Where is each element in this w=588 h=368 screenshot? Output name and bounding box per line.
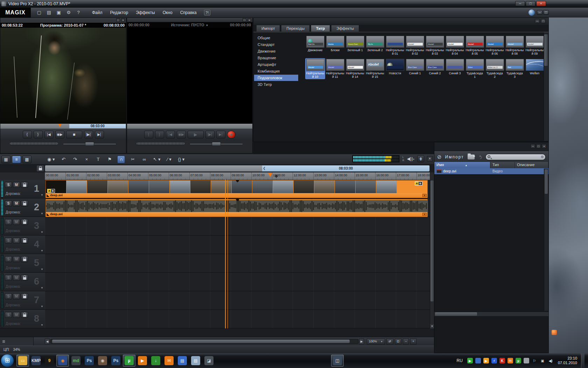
- ab-transition-badge[interactable]: AB: [415, 182, 422, 185]
- zoom-out-icon[interactable]: −: [403, 339, 409, 345]
- media-pool-window-button[interactable]: □: [541, 19, 546, 23]
- track-lock-button[interactable]: [21, 238, 28, 244]
- tray-icon[interactable]: ⚡: [491, 358, 497, 363]
- import-panel-window-button[interactable]: ×: [542, 144, 546, 148]
- folder-up-icon[interactable]: ↶: [477, 155, 483, 159]
- zoom-in-icon[interactable]: +: [410, 339, 416, 345]
- ab-transition-badge[interactable]: AB: [47, 189, 55, 193]
- source-monitor-maximize-icon[interactable]: □: [243, 18, 246, 22]
- taskbar-app-icon[interactable]: KMP: [30, 355, 42, 367]
- timeline-tool-button[interactable]: ✂: [129, 156, 136, 163]
- track-mute-button[interactable]: M: [13, 238, 20, 244]
- show-desktop-button[interactable]: [581, 353, 584, 368]
- menu-item[interactable]: Редактор: [106, 8, 132, 17]
- video-clip-deep-avi[interactable]: AB AB deep.avi ▼: [46, 180, 428, 198]
- transport-button[interactable]: ■: [66, 131, 82, 138]
- shuttle-handle[interactable]: [212, 142, 221, 146]
- track-options-dropdown-icon[interactable]: ▼: [41, 268, 43, 271]
- title-category-item[interactable]: 3D Титр: [254, 81, 298, 88]
- program-monitor-close-icon[interactable]: ×: [121, 18, 125, 22]
- jog-wheel[interactable]: [136, 142, 185, 145]
- timeline-close-icon[interactable]: ×: [427, 156, 433, 162]
- track-mute-button[interactable]: M: [13, 293, 20, 299]
- program-scrub-bar[interactable]: 08:03:00: [0, 124, 126, 129]
- track-lock-button[interactable]: [21, 182, 28, 188]
- title-template-item[interactable]: Синий 3: [445, 58, 465, 79]
- track-solo-button[interactable]: S: [5, 238, 12, 244]
- title-category-item[interactable]: Общие: [254, 35, 298, 41]
- taskbar-app-icon[interactable]: 9: [43, 355, 56, 367]
- timeline-tool-button[interactable]: ⁄ ▾: [166, 156, 173, 163]
- menu-item[interactable]: Эффекты: [132, 8, 159, 17]
- title-template-item[interactable]: Abcdef Нейтральный 10: [305, 58, 325, 79]
- scrollbar-thumb[interactable]: [430, 180, 434, 301]
- timeline-tool-button[interactable]: ⚑: [106, 156, 113, 163]
- media-pool-tab[interactable]: Эффекты: [331, 25, 359, 32]
- tray-icon[interactable]: ▶: [483, 358, 489, 363]
- column-header-description[interactable]: Описание: [515, 162, 548, 168]
- title-template-item[interactable]: Нейтральный 01: [385, 35, 405, 56]
- title-template-item[interactable]: Abcdef Нейтральный 09: [525, 35, 545, 56]
- track-list-icon[interactable]: ≣: [2, 339, 5, 344]
- track-lock-button[interactable]: [21, 275, 28, 281]
- media-pool-tab[interactable]: Импорт: [256, 25, 280, 32]
- transport-button[interactable]: |◀: [44, 131, 54, 138]
- zoom-extents-icon[interactable]: ⇄: [386, 339, 393, 345]
- track-mute-button[interactable]: M: [13, 312, 20, 318]
- shuttle-slider[interactable]: [63, 144, 116, 144]
- title-template-item[interactable]: Новости: [385, 58, 405, 79]
- timeline-tool-button[interactable]: ↶: [59, 156, 67, 163]
- track-lane[interactable]: [45, 291, 430, 310]
- title-template-item[interactable]: Abcdef Нейтральный 04: [445, 35, 465, 56]
- timeline-ruler[interactable]: 00:00:0001:00:0002:00:0003:00:0004:00:00…: [45, 172, 430, 180]
- title-template-item[interactable]: Abcdef Нейтральный 05: [465, 35, 485, 56]
- track-lane[interactable]: [45, 273, 430, 291]
- import-panel-window-button[interactable]: □: [536, 144, 541, 148]
- search-input[interactable]: ⊗: [485, 154, 546, 160]
- file-list-body[interactable]: [434, 174, 548, 312]
- track-lock-button[interactable]: [21, 312, 28, 318]
- title-category-item[interactable]: Комбинация: [254, 68, 298, 74]
- timeline-playhead-secondary[interactable]: [227, 180, 228, 328]
- new-project-icon[interactable]: ▢: [36, 9, 43, 16]
- media-pool-tab[interactable]: Переходы: [281, 25, 310, 32]
- record-navigation-icon[interactable]: ⊘: [437, 154, 442, 160]
- track-mute-button[interactable]: M: [13, 256, 20, 262]
- transport-button[interactable]: ▶|: [95, 131, 104, 138]
- source-video-display[interactable]: [127, 28, 252, 124]
- title-template-item[interactable]: Rail Туда&сюда 3: [505, 58, 525, 79]
- transport-button[interactable]: ▶|: [216, 131, 225, 138]
- title-template-item[interactable]: Wellen: [525, 58, 545, 79]
- timeline-tool-button[interactable]: ↖ ▾: [152, 156, 161, 163]
- title-template-item[interactable]: Fly In Зеленый 2: [365, 35, 385, 56]
- title-template-item[interactable]: Abcdef Нейтральный 08: [505, 35, 525, 56]
- scrollbar-thumb[interactable]: [545, 169, 548, 194]
- scrollbar-thumb[interactable]: [435, 312, 477, 316]
- title-category-item[interactable]: Подзаголовок: [254, 75, 298, 81]
- menu-item[interactable]: Окно: [159, 8, 176, 17]
- tray-icon[interactable]: K: [499, 358, 505, 363]
- taskbar-app-icon[interactable]: ◪: [203, 355, 215, 367]
- title-template-item[interactable]: Green Fast Зеленый 1: [345, 35, 365, 56]
- zoom-level-dropdown[interactable]: 100%▼: [367, 339, 385, 345]
- title-category-item[interactable]: Движение: [254, 48, 298, 54]
- track-lock-button[interactable]: [21, 219, 28, 225]
- column-header-name[interactable]: Имя▲: [434, 162, 490, 168]
- taskbar-app-icon[interactable]: Ps: [110, 355, 122, 367]
- program-monitor-maximize-icon[interactable]: □: [116, 18, 120, 22]
- track-lane-area[interactable]: AB AB deep.avi ▼ deep.avi ▼: [45, 180, 430, 328]
- play-range-segment[interactable]: 08:03:00: [262, 165, 429, 171]
- timeline-horizontal-scrollbar[interactable]: [50, 339, 358, 344]
- close-button[interactable]: ×: [536, 1, 546, 6]
- track-options-dropdown-icon[interactable]: ▼: [41, 249, 43, 252]
- title-template-item[interactable]: Abcdef Нейтральный 11: [325, 58, 345, 79]
- transport-button[interactable]: }: [34, 131, 43, 138]
- taskbar-app-icon[interactable]: ↓: [149, 355, 162, 367]
- track-options-dropdown-icon[interactable]: ▼: [41, 286, 43, 289]
- title-template-item[interactable]: Abcdef Нейтральный 06: [485, 35, 505, 56]
- track-lock-button[interactable]: [21, 293, 28, 299]
- title-category-item[interactable]: Вращение: [254, 55, 298, 61]
- track-solo-button[interactable]: S: [5, 312, 12, 318]
- track-solo-button[interactable]: S: [5, 182, 12, 188]
- source-dropdown-icon[interactable]: ▼: [206, 24, 209, 27]
